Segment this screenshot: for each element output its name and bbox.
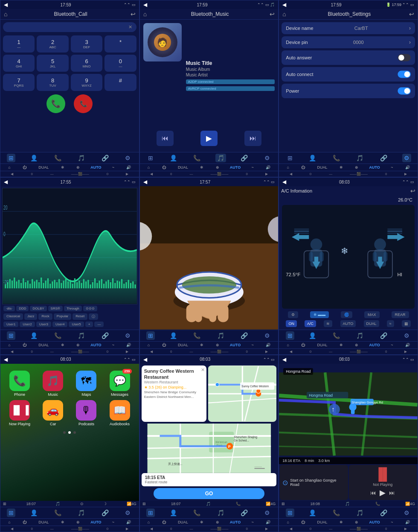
nav-tab-music-3[interactable]: 🎵 — [354, 154, 365, 162]
climate-vol-9[interactable]: 🔊 — [404, 520, 411, 525]
eq-ddd[interactable]: DDD — [16, 306, 29, 311]
cl-arrow-l[interactable]: ◀ — [11, 172, 13, 176]
climate-wind-8[interactable]: ~ — [250, 520, 255, 525]
eq-dts[interactable]: ·dts· — [3, 306, 15, 311]
setting-power[interactable]: Power — [282, 84, 415, 98]
cl-arrow-l5[interactable]: ◀ — [150, 350, 153, 354]
nav-circle-icon[interactable]: 📞 — [236, 502, 241, 506]
key-7[interactable]: 7PQRS — [3, 74, 35, 91]
cl-arrow-l3[interactable]: ◀ — [290, 172, 292, 176]
toggle-power[interactable] — [398, 88, 411, 95]
nav-tab-home-3[interactable]: ⊞ — [286, 154, 294, 162]
ac-auto-btn[interactable]: AUTO — [340, 320, 356, 327]
cp-menu-icon[interactable]: ⊞ — [3, 502, 6, 506]
eq-dolby[interactable]: DOLBY — [30, 306, 46, 311]
nav-tab-link-6[interactable]: 🔗 — [378, 331, 389, 340]
audiobooks-app-icon[interactable]: 📖 — [110, 400, 130, 421]
ac-back-button[interactable]: ↩ — [410, 187, 415, 194]
nav-tab-settings-7[interactable]: ⚙ — [123, 509, 132, 517]
cl-arrow-r9[interactable]: ▶ — [404, 527, 407, 531]
climate-power-7[interactable]: ⏻ — [21, 520, 28, 525]
nav2-menu-icon[interactable]: ⊞ — [282, 502, 285, 506]
app-maps[interactable]: 🗺 Maps — [71, 371, 101, 397]
nav2-phone-icon[interactable]: 📞 — [375, 502, 380, 506]
key-0[interactable]: 0— — [104, 55, 136, 72]
eq-user3[interactable]: User3 — [36, 322, 51, 327]
app-phone[interactable]: 📞 Phone — [5, 371, 35, 397]
nav-tab-contacts-8[interactable]: 👤 — [168, 509, 179, 517]
ac-settings-btn[interactable]: ⚙ — [288, 311, 298, 318]
nav-tab-home-7[interactable]: ⊞ — [7, 509, 15, 517]
cl-arrow-r6[interactable]: ▶ — [404, 350, 407, 354]
nav-tab-home-6[interactable]: ⊞ — [286, 331, 294, 340]
climate-home-7[interactable]: ⌂ — [7, 520, 12, 525]
ac-defrost-btn[interactable]: ≈ — [387, 320, 394, 327]
back-arrow-5[interactable]: ◀ — [143, 179, 147, 185]
now-playing-app-icon[interactable]: ▐▌▐ — [9, 400, 30, 421]
nav-tab-contacts-5[interactable]: 👤 — [168, 331, 179, 340]
climate-fan-2[interactable]: ⊕ — [215, 165, 221, 170]
home-icon-1[interactable]: ⌂ — [4, 11, 7, 18]
nav-tab-phone-6[interactable]: 📞 — [331, 331, 342, 340]
messages-app-icon[interactable]: 💬 259 — [110, 371, 130, 391]
nav-tab-phone-8[interactable]: 📞 — [192, 509, 202, 517]
app-now-playing[interactable]: ▐▌▐ Now Playing — [5, 400, 35, 426]
go-button[interactable]: GO — [154, 488, 264, 499]
map-preview[interactable]: Sunny Coffee Western — [208, 365, 277, 422]
nav2-next-btn[interactable]: ⏭ — [389, 489, 395, 496]
key-1[interactable]: 1— — [3, 35, 35, 53]
dot-2[interactable] — [68, 431, 71, 434]
app-music[interactable]: 🎵 Music — [38, 371, 68, 397]
nav-tab-settings-6[interactable]: ⚙ — [402, 331, 411, 340]
climate-dual-6[interactable]: DUAL — [316, 342, 329, 348]
nav-tab-link-5[interactable]: 🔗 — [239, 331, 250, 340]
setting-auto-connect[interactable]: Auto connect — [282, 67, 415, 82]
nav-tab-phone-1[interactable]: 📞 — [52, 154, 63, 162]
ac-rear-btn[interactable]: REAR — [392, 311, 409, 318]
cp-music-icon[interactable]: 🎵 — [55, 502, 60, 506]
eq-user5[interactable]: User5 — [69, 322, 84, 327]
nav-tab-settings-8[interactable]: ⚙ — [263, 509, 272, 517]
climate-wind-7[interactable]: ~ — [111, 520, 116, 525]
dot-1[interactable] — [63, 431, 66, 434]
eq-ooo[interactable]: ⊙⊙⊙ — [83, 306, 97, 311]
nav-tab-settings-3[interactable]: ⚙ — [402, 154, 411, 162]
ac-dual-btn[interactable]: DUAL — [364, 320, 379, 327]
cl-arrow-r5[interactable]: ▶ — [265, 350, 268, 354]
cl-arrow-l9[interactable]: ◀ — [290, 527, 292, 531]
cp-circle-icon[interactable]: ⊙ — [80, 502, 84, 506]
nav-tab-music-9[interactable]: 🎵 — [354, 509, 365, 517]
climate-fan-4[interactable]: ⊕ — [75, 342, 81, 348]
climate-wind-6[interactable]: ~ — [389, 342, 394, 348]
nav-tab-music-1[interactable]: 🎵 — [76, 154, 87, 162]
nav-tab-home-1[interactable]: ⊞ — [7, 154, 15, 162]
climate-fan-5[interactable]: ⊕ — [215, 342, 221, 348]
video-frame[interactable] — [140, 186, 279, 329]
podcasts-app-icon[interactable]: 🎙 — [76, 400, 96, 421]
map-full[interactable]: Xin'ercun Park P Shenzhen Shajing On Sch… — [142, 424, 277, 473]
app-messages[interactable]: 💬 259 Messages — [104, 371, 134, 397]
back-arrow-8[interactable]: ◀ — [143, 357, 147, 362]
climate-wind-4[interactable]: ~ — [111, 342, 116, 348]
ac-snowflake-btn[interactable]: ❄ ▬▬ — [310, 311, 329, 318]
nav-tab-music-5[interactable]: 🎵 — [215, 331, 226, 340]
nav-tab-settings-5[interactable]: ⚙ — [263, 331, 272, 340]
nav-tab-link-9[interactable]: 🔗 — [378, 509, 389, 517]
climate-ac-7[interactable]: ❄ — [60, 520, 66, 525]
cl-arrow-l6[interactable]: ◀ — [290, 350, 292, 354]
key-star[interactable]: * — [104, 35, 136, 53]
nav2-play-btn[interactable]: ▶ — [380, 488, 386, 497]
dot-3[interactable] — [73, 431, 76, 434]
climate-ac-2[interactable]: ❄ — [199, 165, 205, 170]
nav-tab-settings-4[interactable]: ⚙ — [123, 331, 132, 340]
nav-tab-contacts-2[interactable]: 👤 — [168, 154, 179, 162]
nav-tab-home-8[interactable]: ⊞ — [146, 509, 155, 517]
climate-wind-9[interactable]: ~ — [389, 520, 394, 525]
climate-ac-4[interactable]: ❄ — [60, 342, 66, 348]
ac-vent-btn[interactable]: ≋ — [324, 320, 332, 327]
climate-dual-5[interactable]: DUAL — [177, 342, 189, 348]
climate-vol-3[interactable]: 🔊 — [404, 165, 411, 170]
nav-tab-home-4[interactable]: ⊞ — [7, 331, 15, 340]
nav2-music-sb-icon[interactable]: 🎵 — [345, 502, 350, 506]
eq-reset[interactable]: Reset — [73, 313, 87, 320]
